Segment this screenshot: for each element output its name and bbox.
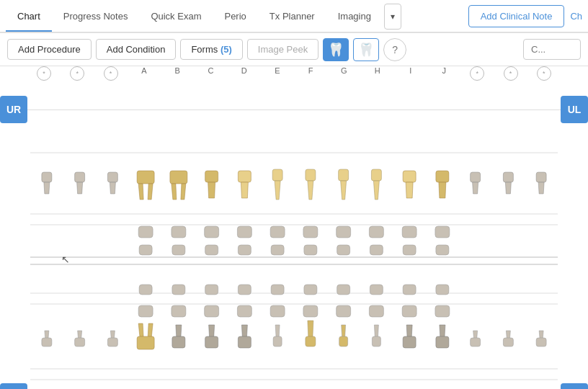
tab-more-button[interactable]: ▾	[384, 4, 401, 30]
tooth-label-cell: F	[294, 66, 327, 81]
tooth-label-cell: *	[527, 66, 561, 81]
lr-label-container: LR	[0, 383, 27, 389]
ul-label: UL	[561, 96, 588, 123]
ur-label: UR	[0, 96, 27, 123]
teeth-visual-area: ↖	[0, 138, 588, 383]
tooth-label-cell: A	[128, 66, 161, 81]
ur-label-container: UR	[0, 96, 27, 123]
tab-progress-notes[interactable]: Progress Notes	[52, 2, 140, 32]
tooth-outline-icon-button[interactable]: 🦷	[353, 38, 379, 61]
search-input[interactable]	[523, 39, 581, 60]
tooth-label-cell: *	[94, 66, 128, 81]
tab-perio[interactable]: Perio	[213, 2, 257, 32]
help-icon: ?	[392, 44, 398, 55]
chart-content-area: ↖	[0, 138, 588, 383]
tooth-label-circle: *	[470, 66, 484, 81]
upper-quadrant-row: UR UL	[0, 81, 588, 138]
image-peek-button[interactable]: Image Peek	[247, 39, 318, 60]
tab-imaging[interactable]: Imaging	[326, 2, 383, 32]
ll-label-container: LL	[561, 383, 588, 389]
forms-button[interactable]: Forms (5)	[180, 39, 242, 60]
tooth-label-cell: G	[327, 66, 360, 81]
tab-quick-exam[interactable]: Quick Exam	[139, 2, 213, 32]
add-clinical-note-button[interactable]: Add Clinical Note	[468, 5, 565, 27]
tooth-label-cell: D	[228, 66, 261, 81]
help-button[interactable]: ?	[383, 38, 406, 61]
lower-quadrant-row: LR LL	[0, 383, 588, 389]
tooth-label-circle: *	[104, 66, 118, 81]
forms-label: Forms	[191, 44, 218, 55]
tooth-outline-icon: 🦷	[358, 42, 374, 58]
tooth-label-circle: *	[37, 66, 51, 81]
tooth-label-circle: *	[504, 66, 518, 81]
add-condition-button[interactable]: Add Condition	[96, 39, 177, 60]
add-procedure-button[interactable]: Add Procedure	[7, 39, 92, 60]
tooth-label-cell: I	[394, 66, 427, 81]
upper-teeth-area	[27, 81, 561, 138]
tooth-label-circle: *	[537, 66, 551, 81]
tab-chart[interactable]: Chart	[6, 2, 52, 32]
tooth-label-cell: E	[261, 66, 294, 81]
ll-label: LL	[561, 383, 588, 389]
tooth-filled-icon: 🦷	[328, 42, 344, 58]
tooth-label-cell: *	[27, 66, 61, 81]
tooth-label-cell: *	[494, 66, 527, 81]
toolbar: Add Procedure Add Condition Forms (5) Im…	[0, 33, 588, 66]
dental-chart: ***ABCDEFGHIJ*** UR UL ↖ LR LL ***TSRQ25…	[0, 66, 588, 389]
tooth-filled-icon-button[interactable]: 🦷	[323, 38, 349, 61]
lower-teeth-area	[27, 384, 561, 389]
top-nav: Chart Progress Notes Quick Exam Perio Tx…	[0, 0, 588, 33]
ul-label-container: UL	[561, 96, 588, 123]
upper-labels: ***ABCDEFGHIJ***	[27, 66, 561, 81]
upper-tooth-labels-row: ***ABCDEFGHIJ***	[0, 66, 588, 81]
tooth-label-cell: *	[61, 66, 94, 81]
lr-label: LR	[0, 383, 27, 389]
tooth-label-cell: H	[361, 66, 394, 81]
ch-indicator: Ch	[570, 11, 582, 22]
forms-count-badge: (5)	[220, 44, 232, 55]
tooth-label-cell: *	[460, 66, 494, 81]
tooth-label-circle: *	[70, 66, 84, 81]
tab-tx-planner[interactable]: Tx Planner	[258, 2, 326, 32]
tooth-label-cell: J	[427, 66, 460, 81]
tooth-label-cell: C	[194, 66, 227, 81]
tooth-label-cell: B	[161, 66, 194, 81]
